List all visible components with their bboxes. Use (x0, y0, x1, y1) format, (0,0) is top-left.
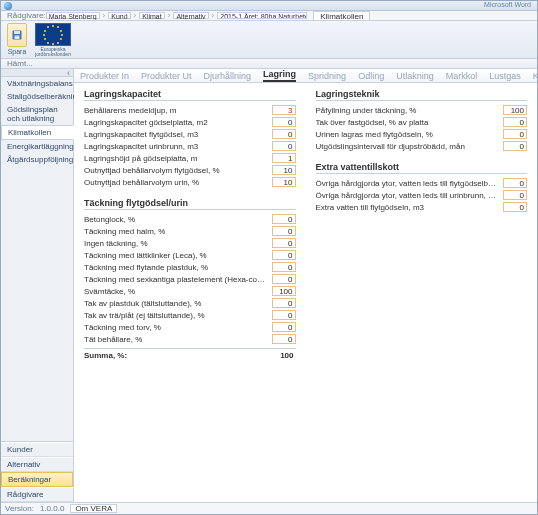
content-left-column: LagringskapacitetBehållarens medeldjup, … (84, 89, 296, 370)
window-title: Microsoft Word (484, 1, 531, 8)
tab-produkter-ut[interactable]: Produkter Ut (141, 71, 192, 82)
save-caption: Spara (8, 48, 27, 55)
field-label: Outnyttjad behållarvolym flytgödsel, % (84, 166, 272, 175)
field-label: Utgödslingsintervall för djupströbädd, m… (316, 142, 504, 151)
field-input[interactable]: 0 (503, 117, 527, 127)
field-input[interactable]: 0 (272, 214, 296, 224)
field-input[interactable]: 0 (272, 274, 296, 284)
breadcrumb-klimat[interactable]: Klimat (139, 12, 164, 19)
form-row: Outnyttjad behållarvolym urin, %10 (84, 176, 296, 188)
field-input[interactable]: 10 (272, 177, 296, 187)
form-row: Påfyllning under täckning, %100 (316, 104, 528, 116)
sidebar-nav: VäxtnäringsbalansStallgödselberäkningGöd… (1, 77, 73, 166)
form-row: Lagringskapacitet gödselplatta, m20 (84, 116, 296, 128)
form-row: Tak av trä/plåt (ej tältsluttande), %0 (84, 309, 296, 321)
breadcrumb-year[interactable]: 2015-1 Året: 80ha Naturbete Sta (217, 12, 307, 19)
field-input[interactable]: 0 (503, 202, 527, 212)
form-row: Utgödslingsintervall för djupströbädd, m… (316, 140, 528, 152)
breadcrumb-kund[interactable]: Kund (108, 12, 130, 19)
field-input[interactable]: 0 (272, 298, 296, 308)
field-label: Täckning med sexkantiga plastelement (He… (84, 275, 272, 284)
status-bar: Version: 1.0.0.0 Om VERA (1, 502, 537, 514)
tab-odling[interactable]: Odling (358, 71, 384, 82)
tab-markkol[interactable]: Markkol (446, 71, 478, 82)
field-label: Övriga hårdgjorda ytor, vatten leds till… (316, 179, 504, 188)
form-row: Tak av plastduk (tältsluttande), %0 (84, 297, 296, 309)
field-label: Täckning med torv, % (84, 323, 272, 332)
sidebar-bottom-item-0[interactable]: Kunder (1, 442, 73, 457)
field-label: Tak över fastgödsel, % av platta (316, 118, 504, 127)
breadcrumb-alternativ[interactable]: Alternativ (173, 12, 208, 19)
chevron-right-icon: › (131, 11, 140, 20)
field-input[interactable]: 10 (272, 165, 296, 175)
tab-spridning[interactable]: Spridning (308, 71, 346, 82)
save-button[interactable] (7, 23, 27, 47)
eu-flag-icon (35, 23, 71, 46)
field-input[interactable]: 100 (272, 286, 296, 296)
chevron-right-icon: › (209, 11, 218, 20)
section-title: Extra vattentillskott (316, 162, 528, 174)
chevron-right-icon: › (165, 11, 174, 20)
sidebar-item-4[interactable]: Energikartläggning (1, 140, 73, 153)
field-label: Täckning med lättklinker (Leca), % (84, 251, 272, 260)
field-input[interactable]: 0 (503, 190, 527, 200)
main-tabs: Produkter InProdukter UtDjurhållningLagr… (74, 69, 537, 83)
app-orb-icon[interactable] (4, 2, 12, 10)
sidebar-item-1[interactable]: Stallgödselberäkning (1, 90, 73, 103)
tab-djurhållning[interactable]: Djurhållning (204, 71, 252, 82)
form-row: Urinen lagras med flytgödseln, %0 (316, 128, 528, 140)
field-input[interactable]: 0 (503, 178, 527, 188)
field-input[interactable]: 0 (272, 334, 296, 344)
breadcrumb-prefix: Rådgivare: (7, 11, 46, 20)
field-input[interactable]: 0 (272, 322, 296, 332)
field-input[interactable]: 100 (503, 105, 527, 115)
toolstrip-label[interactable]: Hämt... (7, 59, 33, 68)
field-input[interactable]: 3 (272, 105, 296, 115)
tab-lustgas[interactable]: Lustgas (489, 71, 521, 82)
sidebar-bottom-item-1[interactable]: Alternativ (1, 457, 73, 472)
sum-label: Summa, %: (84, 351, 272, 360)
field-input[interactable]: 0 (272, 226, 296, 236)
field-label: Svämtäcke, % (84, 287, 272, 296)
field-input[interactable]: 0 (272, 310, 296, 320)
sidebar-collapse-button[interactable]: ‹ (1, 69, 73, 77)
field-input[interactable]: 0 (272, 262, 296, 272)
form-row: Täckning med flytande plastduk, %0 (84, 261, 296, 273)
field-input[interactable]: 0 (503, 129, 527, 139)
about-button[interactable]: Om VERA (70, 504, 117, 513)
sum-row: Summa, %:100 (84, 348, 296, 360)
field-input[interactable]: 0 (272, 238, 296, 248)
sidebar-item-0[interactable]: Växtnäringsbalans (1, 77, 73, 90)
tab-utlakning[interactable]: Utlakning (396, 71, 434, 82)
field-input[interactable]: 0 (272, 141, 296, 151)
form-row: Täckning med halm, %0 (84, 225, 296, 237)
eu-caption: Europeiska jordbruksfonden (33, 47, 73, 57)
field-label: Outnyttjad behållarvolym urin, % (84, 178, 272, 187)
section: LagringskapacitetBehållarens medeldjup, … (84, 89, 296, 188)
chevron-right-icon: › (100, 11, 109, 20)
field-input[interactable]: 0 (503, 141, 527, 151)
breadcrumb-radgivare[interactable]: Maria Stenberg (46, 12, 100, 19)
chevron-left-icon: ‹ (67, 68, 70, 78)
form-row: Övriga hårdgjorda ytor, vatten leds till… (316, 189, 528, 201)
field-label: Betonglock, % (84, 215, 272, 224)
field-input[interactable]: 1 (272, 153, 296, 163)
field-input[interactable]: 0 (272, 250, 296, 260)
toolstrip: Hämt... (1, 59, 537, 69)
sidebar-item-3[interactable]: Klimatkollen (1, 125, 74, 140)
tab-produkter-in[interactable]: Produkter In (80, 71, 129, 82)
field-label: Lagringskapacitet urinbrunn, m3 (84, 142, 272, 151)
ribbon-group-eu: Europeiska jordbruksfonden (33, 23, 73, 57)
app-window: Microsoft Word Rådgivare: Maria Stenberg… (0, 0, 538, 515)
field-input[interactable]: 0 (272, 117, 296, 127)
breadcrumb-active-tab[interactable]: Klimatkollen (313, 11, 370, 21)
tab-lagring[interactable]: Lagring (263, 69, 296, 82)
tab-klimat[interactable]: Klimat (533, 71, 537, 82)
field-input[interactable]: 0 (272, 129, 296, 139)
sidebar-bottom-item-2[interactable]: Beräkningar (1, 472, 73, 487)
sidebar-item-2[interactable]: Gödslingsplan och utlakning (1, 103, 73, 125)
section: Extra vattentillskottÖvriga hårdgjorda y… (316, 162, 528, 213)
sidebar-bottom-item-3[interactable]: Rådgivare (1, 487, 73, 502)
sidebar-item-5[interactable]: Åtgärdsuppföljning (1, 153, 73, 166)
main: Produkter InProdukter UtDjurhållningLagr… (74, 69, 537, 502)
